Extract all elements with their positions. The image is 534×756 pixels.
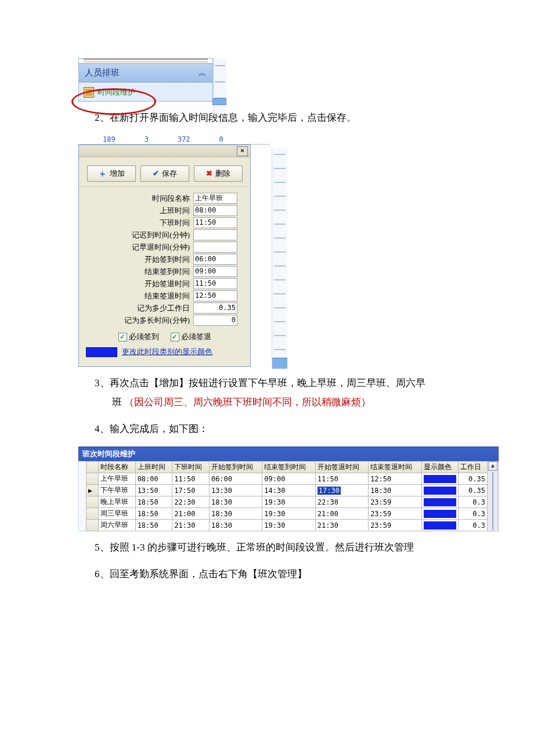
table-cell[interactable]: 18:30 <box>209 496 262 508</box>
table-cell[interactable]: 06:00 <box>209 473 262 485</box>
table-cell[interactable]: 22:30 <box>172 496 210 508</box>
table-cell[interactable]: 21:00 <box>315 508 368 520</box>
column-header[interactable]: 工作日 <box>459 462 488 473</box>
table-cell[interactable]: 上午早班 <box>99 473 136 485</box>
delete-button[interactable]: ✖ 删除 <box>194 165 243 182</box>
input-late[interactable] <box>193 229 237 240</box>
table-cell[interactable]: 21:30 <box>172 520 210 531</box>
table-row[interactable]: 周六早班18:5021:3018:3019:3021:3023:590.3 <box>86 520 488 531</box>
plus-icon: ＋ <box>98 168 107 179</box>
collapse-icon[interactable]: ︽ <box>199 68 207 78</box>
scroll-thumb[interactable] <box>492 472 493 530</box>
add-button[interactable]: ＋ 增加 <box>87 165 136 182</box>
input-name[interactable]: 上午早班 <box>193 193 237 204</box>
label-name: 时间段名称 <box>82 193 193 204</box>
check-icon: ✔ <box>153 169 159 178</box>
table-cell[interactable]: 19:30 <box>262 520 315 531</box>
label-duration: 记为多长时间(分钟) <box>82 315 193 326</box>
change-color-link[interactable]: 更改此时段类别的显示颜色 <box>122 347 212 357</box>
table-cell[interactable] <box>421 496 459 508</box>
label-sout-end: 结束签退时间 <box>82 291 193 301</box>
color-swatch-cell <box>424 498 457 506</box>
x-icon: ✖ <box>206 169 212 178</box>
input-sout-start[interactable]: 11:50 <box>193 278 237 289</box>
scroll-up-button[interactable]: ▲ <box>488 462 497 471</box>
table-cell[interactable]: 0.3 <box>459 508 488 520</box>
input-workday[interactable]: 0.35 <box>193 303 237 314</box>
table-cell[interactable]: 18:30 <box>209 520 262 531</box>
table-cell[interactable]: 09:00 <box>262 473 315 485</box>
column-header[interactable]: 开始签退时间 <box>315 462 368 473</box>
input-early[interactable] <box>193 242 237 253</box>
table-cell[interactable]: 08:00 <box>135 473 172 485</box>
table-cell[interactable]: 23:59 <box>369 508 421 520</box>
input-off[interactable]: 11:50 <box>193 217 237 228</box>
column-header[interactable]: 开始签到时间 <box>209 462 262 473</box>
table-row[interactable]: 周三早班18:5021:0018:3019:3021:0023:590.3 <box>86 508 488 520</box>
toolbar: ＋ 增加 ✔ 保存 ✖ 删除 <box>79 157 250 187</box>
table-cell[interactable]: 14:30 <box>262 485 315 496</box>
table-cell[interactable]: 13:50 <box>135 485 172 496</box>
color-swatch[interactable] <box>86 347 117 357</box>
step-3: 3、再次点击【增加】按钮进行设置下午早班，晚上早班，周三早班、周六早 班 （因公… <box>95 374 456 412</box>
table-cell[interactable]: 18:50 <box>135 520 172 531</box>
table-cell[interactable]: 下午早班 <box>99 485 136 496</box>
table-cell[interactable]: 晚上早班 <box>99 496 136 508</box>
table-cell[interactable]: 周六早班 <box>99 520 136 531</box>
table-cell[interactable] <box>421 508 459 520</box>
table-cell[interactable]: 18:50 <box>135 496 172 508</box>
table-cell[interactable]: 17:50 <box>172 485 210 496</box>
table-cell[interactable]: 0.35 <box>459 485 488 496</box>
column-header[interactable]: 显示颜色 <box>421 462 459 473</box>
input-sin-end[interactable]: 09:00 <box>193 266 237 277</box>
table-cell[interactable]: 0.3 <box>459 520 488 531</box>
table-cell[interactable]: 0.3 <box>459 496 488 508</box>
table-cell[interactable]: 11:50 <box>315 473 368 485</box>
table-cell[interactable]: 11:50 <box>172 473 210 485</box>
sidebar-item-time-maintenance[interactable]: 时间段维护 <box>84 87 209 98</box>
column-header[interactable]: 结束签到时间 <box>262 462 315 473</box>
input-sin-start[interactable]: 06:00 <box>193 254 237 265</box>
checkbox-must-signin[interactable]: ✓ 必须签到 <box>118 332 159 342</box>
column-header[interactable]: 结束签退时间 <box>369 462 421 473</box>
table-cell[interactable]: 13:30 <box>209 485 262 496</box>
table-cell[interactable]: 21:30 <box>315 520 368 531</box>
table-cell[interactable]: 12:50 <box>369 473 421 485</box>
table-cell[interactable]: 18:30 <box>209 508 262 520</box>
table-cell[interactable]: 18:50 <box>135 508 172 520</box>
table-cell[interactable]: 周三早班 <box>99 508 136 520</box>
table-row[interactable]: 下午早班13:5017:5013:3014:3017:3018:300.35 <box>86 485 488 496</box>
input-sout-end[interactable]: 12:50 <box>193 290 237 301</box>
table-cell[interactable]: 21:00 <box>172 508 210 520</box>
table-cell[interactable]: 23:59 <box>369 496 421 508</box>
table-row[interactable]: 晚上早班18:5022:3018:3019:3022:3023:590.3 <box>86 496 488 508</box>
titlebar: × <box>79 145 250 157</box>
scrollbar[interactable]: ▲ <box>488 461 499 531</box>
row-indicator <box>86 473 99 485</box>
checkbox-must-signout[interactable]: ✓ 必须签退 <box>171 332 211 342</box>
label-sin-end: 结束签到时间 <box>82 267 193 277</box>
column-header[interactable]: 时段名称 <box>99 462 136 473</box>
table-row[interactable]: 上午早班08:0011:5006:0009:0011:5012:500.35 <box>86 473 488 485</box>
checkbox-label: 必须签到 <box>129 332 159 342</box>
table-cell[interactable]: 19:30 <box>262 508 315 520</box>
column-header[interactable]: 上班时间 <box>135 462 172 473</box>
input-on[interactable]: 08:00 <box>193 205 237 216</box>
screenshot-sidebar: 人员排班 ︽ 时间段维护 <box>78 58 226 102</box>
table-cell[interactable] <box>421 473 459 485</box>
table-cell[interactable] <box>421 485 459 496</box>
table-cell[interactable]: 19:30 <box>262 496 315 508</box>
close-button[interactable]: × <box>237 146 248 156</box>
table-cell[interactable]: 17:30 <box>315 485 368 496</box>
table-cell[interactable]: 0.35 <box>459 473 488 485</box>
table-cell[interactable]: 22:30 <box>315 496 368 508</box>
input-duration[interactable]: 0 <box>193 315 237 326</box>
column-header[interactable]: 下班时间 <box>172 462 210 473</box>
table-cell[interactable]: 23:59 <box>369 520 421 531</box>
table-cell[interactable]: 18:30 <box>369 485 421 496</box>
save-button[interactable]: ✔ 保存 <box>140 165 189 182</box>
form-window: × ＋ 增加 ✔ 保存 ✖ 删除 时间段名称上午早班 上班时间08:00 <box>78 145 251 367</box>
table-cell[interactable] <box>421 520 459 531</box>
schedule-table: 时段名称上班时间下班时间开始签到时间结束签到时间开始签退时间结束签退时间显示颜色… <box>86 461 488 531</box>
sidebar-header[interactable]: 人员排班 ︽ <box>79 63 212 82</box>
